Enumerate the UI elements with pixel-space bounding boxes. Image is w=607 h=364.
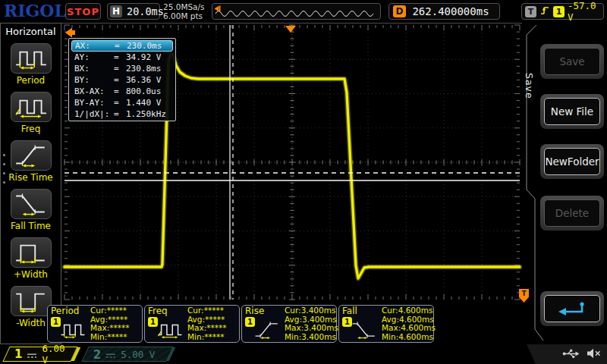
sidebar-button-freq[interactable] [11,92,52,122]
menu-button-new-file[interactable]: New File [544,98,600,125]
measurement-rise-icon [253,320,281,340]
dc-coupling-icon [105,347,116,362]
rise-icon [14,143,49,168]
measurement-title: Fall [342,306,357,316]
channel-2-number: 2 [93,347,101,361]
save-menu: Save SaveNew FileNewFolderDelete [522,23,607,344]
delay-badge: D [393,5,406,17]
measurement-value: Cur:4.600ms [382,306,436,315]
fall-icon [14,191,49,217]
sidebar-button--width[interactable] [11,286,52,316]
preview-position-marker [215,6,221,12]
measurement-panel-rise: Rise1 Cur:3.400msAvg:3.400msMax:3.400msM… [241,305,337,343]
waveform-preview[interactable] [212,3,381,20]
cursor-row: BY:=36.36 V [71,74,173,86]
rigol-logo: RIGOL [4,1,66,20]
trigger-position-marker [285,26,296,33]
sidebar-label-fall-time: Fall Time [1,221,61,231]
system-tray [527,344,607,364]
measurement-title: Rise [245,306,264,316]
timebase-value: 20.0ms [127,5,164,17]
oscilloscope-screen: AX:=230.0msAY:=34.92 VBX:=230.8msBY:=36.… [0,0,607,364]
freq-icon [14,94,49,120]
channel-bar: 1 6.00 V 2 5.00 V [0,344,607,364]
channel-2-scale: 5.00 V [121,349,155,360]
sidebar-button-fall-time[interactable] [11,189,52,219]
cursor-row: BX:=230.8ms [71,63,173,74]
period-icon [14,46,49,71]
return-arrow-icon [555,300,589,318]
measurement-value: Cur:***** [90,306,130,315]
measurement-period-icon [59,320,86,340]
memory-depth: 6.00M pts [163,11,205,20]
measurement-title: Period [51,306,79,316]
measurement-title: Freq [148,306,168,316]
run-state-button[interactable]: STOP [65,3,101,20]
channel-1-scale: 6.00 V [42,343,66,364]
sample-rate: 25.0MSa/s [163,2,205,11]
menu-button-newfolder[interactable]: NewFolder [544,148,600,175]
cursor-row: BX-AX:=800.0us [71,86,173,97]
sidebar-label-rise-time: Rise Time [1,172,61,183]
measurement-panel-fall: Fall1 Cur:4.600msAvg:4.600msMax:4.600msM… [338,305,434,343]
menu-tab-label: Save [524,73,535,99]
trigger-source-badge: 1 [553,6,565,17]
menu-button-delete[interactable]: Delete [544,199,600,227]
menu-button-back[interactable] [544,295,600,322]
measurement-value: Cur:***** [187,306,227,315]
horizontal-measure-menu: Horizontal Period Freq Rise Time Fall Ti… [0,23,61,344]
sidebar-label--width: +Width [1,269,61,280]
sidebar-button--width[interactable] [11,237,52,268]
sidebar-button-rise-time[interactable] [11,140,52,171]
channel-1-number: 1 [14,347,22,361]
cursor-row: AY:=34.92 V [71,52,173,63]
rising-edge-icon [539,5,550,19]
trigger-level-value: -57.0 V [568,0,600,23]
nwidth-icon [14,288,49,314]
status-bar: RIGOL STOP H 20.0ms 25.0MSa/s 6.00M pts … [0,0,607,24]
horizontal-badge: H [110,5,122,17]
preview-waveform-icon [212,4,380,19]
measurement-fall-icon [351,320,378,340]
delay-block[interactable]: D 262.400000ms [388,3,500,20]
acquisition-info: 25.0MSa/s 6.00M pts [163,2,205,20]
measurement-value: Min:***** [187,333,227,342]
menu-title: Horizontal [1,26,61,37]
pwidth-icon [14,240,49,265]
trigger-level-marker-label: T [519,290,529,297]
speaker-muted-icon [587,347,601,362]
trigger-block[interactable]: T 1 -57.0 V [521,3,604,20]
menu-page-dots [3,147,5,190]
sidebar-label-freq: Freq [1,124,61,134]
timebase-block[interactable]: H 20.0ms [107,3,160,20]
cursor-row: BY-AY:=1.440 V [71,97,173,108]
measurement-value: Min:4.600ms [382,333,436,342]
delay-offscreen-left-marker [65,28,75,38]
cursor-readout-panel: AX:=230.0msAY:=34.92 VBX:=230.8msBY:=36.… [68,38,176,121]
measurement-value: Cur:3.400ms [285,306,338,315]
measurement-panel-freq: Freq1 Cur:*****Avg:*****Max:*****Min:***… [144,305,240,343]
dc-coupling-icon [27,347,37,362]
measurement-value: Min:3.400ms [285,333,338,342]
usb-icon [562,347,580,362]
cursor-row: AX:=230.0ms [71,40,173,52]
measurement-panel-period: Period1 Cur:*****Avg:*****Max:*****Min:*… [47,305,143,343]
cursor-row: 1/|dX|:=1.250kHz [71,108,173,120]
measurement-value: Min:***** [90,333,130,342]
menu-button-save[interactable]: Save [544,48,600,75]
channel-2-status[interactable]: 2 5.00 V [81,347,173,362]
measurement-freq-icon [156,320,184,340]
sidebar-button-period[interactable] [11,43,52,74]
delay-value: 262.400000ms [406,5,495,17]
channel-1-status[interactable]: 1 6.00 V [2,347,77,362]
trigger-badge: T [525,6,536,17]
sidebar-label-period: Period [1,75,61,86]
